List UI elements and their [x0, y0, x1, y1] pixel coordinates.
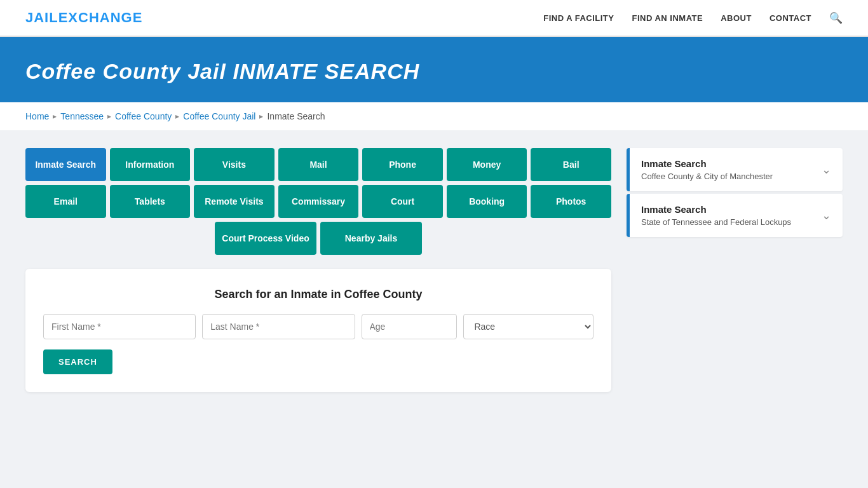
btn-remote-visits[interactable]: Remote Visits [194, 185, 275, 218]
search-icon[interactable]: 🔍 [829, 11, 843, 25]
sidebar-card-coffee-county[interactable]: Inmate Search Coffee County & City of Ma… [627, 148, 843, 191]
site-logo[interactable]: JAILEXCHANGE [25, 10, 142, 26]
inmate-search-form: Search for an Inmate in Coffee County Ra… [25, 269, 611, 392]
btn-court[interactable]: Court [362, 185, 443, 218]
search-button[interactable]: SEARCH [43, 349, 112, 374]
nav-buttons-row2: Email Tablets Remote Visits Commissary C… [25, 185, 611, 218]
hero-title-main: Coffee County Jail [25, 59, 226, 83]
btn-booking[interactable]: Booking [447, 185, 527, 218]
search-form-title: Search for an Inmate in Coffee County [43, 288, 593, 301]
main-nav: FIND A FACILITY FIND AN INMATE ABOUT CON… [543, 11, 843, 25]
breadcrumb-sep-2: ▸ [107, 112, 111, 121]
btn-photos[interactable]: Photos [531, 185, 611, 218]
breadcrumb: Home ▸ Tennessee ▸ Coffee County ▸ Coffe… [0, 102, 868, 130]
btn-nearby-jails[interactable]: Nearby Jails [320, 222, 422, 255]
nav-find-facility[interactable]: FIND A FACILITY [543, 13, 614, 23]
site-header: JAILEXCHANGE FIND A FACILITY FIND AN INM… [0, 0, 868, 37]
nav-about[interactable]: ABOUT [721, 13, 752, 23]
sidebar-card-title-1: Inmate Search [641, 158, 773, 169]
page-title: Coffee County Jail INMATE SEARCH [25, 57, 843, 85]
btn-mail[interactable]: Mail [278, 148, 359, 181]
right-sidebar: Inmate Search Coffee County & City of Ma… [627, 148, 843, 240]
nav-find-inmate[interactable]: FIND AN INMATE [632, 13, 703, 23]
breadcrumb-current: Inmate Search [267, 111, 325, 121]
btn-bail[interactable]: Bail [531, 148, 611, 181]
sidebar-card-content-2: Inmate Search State of Tennessee and Fed… [641, 204, 791, 227]
btn-tablets[interactable]: Tablets [110, 185, 191, 218]
btn-information[interactable]: Information [110, 148, 191, 181]
logo-exchange: EXCHANGE [58, 10, 143, 25]
sidebar-card-tennessee[interactable]: Inmate Search State of Tennessee and Fed… [627, 194, 843, 237]
nav-buttons-row3: Court Process Video Nearby Jails [25, 222, 611, 255]
hero-section: Coffee County Jail INMATE SEARCH [0, 37, 868, 102]
breadcrumb-county[interactable]: Coffee County [115, 111, 172, 121]
first-name-input[interactable] [43, 314, 196, 339]
breadcrumb-sep-3: ▸ [175, 112, 179, 121]
breadcrumb-sep-4: ▸ [259, 112, 263, 121]
btn-phone[interactable]: Phone [362, 148, 443, 181]
chevron-down-icon-2: ⌄ [822, 208, 831, 222]
btn-email[interactable]: Email [25, 185, 106, 218]
breadcrumb-jail[interactable]: Coffee County Jail [183, 111, 255, 121]
breadcrumb-tennessee[interactable]: Tennessee [60, 111, 104, 121]
age-input[interactable] [362, 314, 458, 339]
btn-commissary[interactable]: Commissary [278, 185, 359, 218]
nav-contact[interactable]: CONTACT [770, 13, 811, 23]
btn-inmate-search[interactable]: Inmate Search [25, 148, 106, 181]
btn-court-process-video[interactable]: Court Process Video [215, 222, 316, 255]
left-column: Inmate Search Information Visits Mail Ph… [25, 148, 611, 392]
breadcrumb-home[interactable]: Home [25, 111, 49, 121]
sidebar-card-sub-1: Coffee County & City of Manchester [641, 172, 773, 181]
search-input-row: Race White Black Hispanic Asian Other [43, 314, 593, 339]
logo-jail: JAIL [25, 10, 58, 25]
sidebar-card-content-1: Inmate Search Coffee County & City of Ma… [641, 158, 773, 181]
last-name-input[interactable] [202, 314, 355, 339]
chevron-down-icon-1: ⌄ [822, 163, 831, 177]
nav-buttons-row1: Inmate Search Information Visits Mail Ph… [25, 148, 611, 181]
sidebar-card-sub-2: State of Tennessee and Federal Lockups [641, 217, 791, 227]
main-content: Inmate Search Information Visits Mail Ph… [0, 130, 868, 410]
btn-visits[interactable]: Visits [194, 148, 275, 181]
race-select[interactable]: Race White Black Hispanic Asian Other [463, 314, 593, 339]
breadcrumb-sep-1: ▸ [53, 112, 57, 121]
sidebar-card-title-2: Inmate Search [641, 204, 791, 215]
hero-title-italic: INMATE SEARCH [233, 59, 419, 83]
btn-money[interactable]: Money [447, 148, 527, 181]
